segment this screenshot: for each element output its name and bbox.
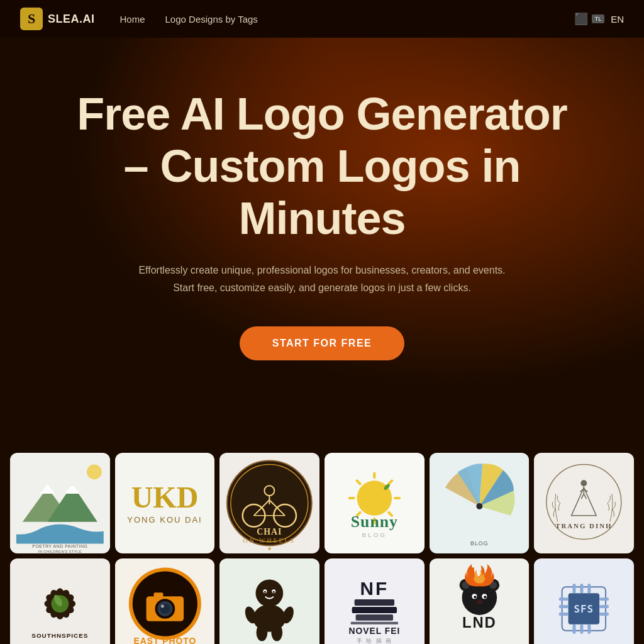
hero-section: Free AI Logo Generator – Custom Logos in…	[0, 38, 644, 428]
ukd-subtitle: YONG KOU DAI	[127, 515, 202, 525]
svg-rect-90	[356, 614, 394, 621]
svg-point-44	[581, 480, 587, 486]
svg-point-103	[484, 596, 486, 598]
svg-rect-116	[559, 605, 569, 608]
svg-point-104	[476, 599, 482, 604]
svg-rect-118	[599, 597, 609, 601]
hero-title: Free AI Logo Generator – Custom Logos in…	[75, 88, 569, 244]
svg-rect-88	[355, 599, 394, 606]
logo-chai-svg: CHAI ON WHEELS ★	[219, 453, 319, 553]
svg-point-78	[264, 591, 266, 593]
svg-rect-91	[351, 622, 398, 625]
logo-east-svg: EAST PHOTO STUDIO ★ ★ ★	[115, 558, 215, 644]
logo-sunny-svg: Sunny BLOG	[325, 453, 425, 553]
logo-card-book[interactable]: BLOG	[430, 453, 530, 553]
logo-icon: S	[20, 8, 43, 30]
svg-text:SFS: SFS	[574, 603, 594, 615]
svg-text:S: S	[28, 11, 35, 26]
logo-card-chai[interactable]: CHAI ON WHEELS ★	[219, 453, 319, 553]
svg-rect-70	[153, 592, 163, 599]
language-selector[interactable]: ⬛ TL EN	[574, 12, 624, 26]
navbar: S SLEA.AI Home Logo Designs by Tags ⬛ TL…	[0, 0, 644, 38]
svg-text:★: ★	[267, 546, 272, 552]
svg-point-84	[272, 624, 283, 641]
svg-point-9	[87, 465, 102, 480]
svg-text:LND: LND	[462, 614, 497, 631]
svg-text:TRANG DINH: TRANG DINH	[556, 522, 613, 530]
logo-card-south[interactable]: SOUTHNSPICES	[10, 558, 110, 644]
logo-fat-svg: FAT KID	[219, 558, 319, 644]
svg-text:CHAI: CHAI	[257, 527, 282, 536]
svg-point-102	[474, 596, 476, 598]
svg-point-79	[273, 591, 275, 593]
svg-point-69	[161, 605, 164, 608]
svg-rect-117	[559, 613, 569, 616]
svg-text:IN CHILDREN'S STYLE: IN CHILDREN'S STYLE	[38, 550, 82, 553]
logo-card-ukd[interactable]: UKD YONG KOU DAI	[115, 453, 215, 553]
svg-text:EAST PHOTO: EAST PHOTO	[133, 636, 196, 644]
logo-row-1: POETRY AND PAINTING IN CHILDREN'S STYLE …	[10, 453, 634, 553]
svg-point-83	[257, 624, 268, 641]
hero-subtitle: Effortlessly create unique, professional…	[133, 262, 511, 296]
ukd-monogram: UKD	[131, 482, 199, 513]
logo-card-sunny[interactable]: Sunny BLOG	[325, 453, 425, 553]
svg-text:SOUTHNSPICES: SOUTHNSPICES	[31, 632, 88, 639]
svg-text:TL: TL	[595, 16, 602, 22]
logo-row-2: SOUTHNSPICES EAST PHOTO STUD	[10, 558, 634, 644]
logo-book-svg: BLOG	[430, 453, 530, 553]
svg-point-39	[476, 503, 482, 509]
svg-rect-41	[534, 453, 634, 553]
site-logo[interactable]: S SLEA.AI	[20, 8, 95, 30]
svg-text:BLOG: BLOG	[362, 531, 387, 538]
svg-rect-109	[573, 584, 576, 593]
svg-point-75	[256, 579, 284, 607]
svg-text:POETRY AND PAINTING: POETRY AND PAINTING	[32, 544, 87, 548]
translate-icon-svg: TL	[592, 14, 604, 23]
svg-text:手 绘 插 画: 手 绘 插 画	[357, 638, 392, 644]
lang-label: EN	[611, 14, 624, 25]
logo-trang-svg: TRANG DINH	[534, 453, 634, 553]
nav-logo-designs[interactable]: Logo Designs by Tags	[165, 14, 258, 25]
svg-rect-111	[588, 584, 591, 593]
svg-rect-119	[599, 605, 609, 608]
ukd-content: UKD YONG KOU DAI	[115, 453, 215, 553]
logo-lnd-svg: LND	[430, 558, 530, 644]
logo-novel-svg: NF NOVEL FEI 手 绘 插 画	[325, 558, 425, 644]
logo-card-trang[interactable]: TRANG DINH	[534, 453, 634, 553]
nav-home[interactable]: Home	[120, 14, 145, 25]
svg-rect-89	[352, 607, 397, 613]
svg-rect-112	[573, 625, 576, 634]
cta-button[interactable]: START FOR FREE	[240, 326, 404, 360]
logo-sfs-svg: SFS	[534, 558, 634, 644]
logo-card-lnd[interactable]: LND	[430, 558, 530, 644]
svg-text:NOVEL FEI: NOVEL FEI	[348, 626, 400, 636]
nav-links: Home Logo Designs by Tags	[120, 14, 575, 25]
logo-south-svg: SOUTHNSPICES	[10, 558, 110, 644]
svg-text:ON WHEELS: ON WHEELS	[243, 537, 296, 544]
logo-wordmark: SLEA.AI	[48, 13, 95, 26]
logo-card-east[interactable]: EAST PHOTO STUDIO ★ ★ ★	[115, 558, 215, 644]
svg-rect-110	[580, 584, 584, 593]
svg-rect-113	[580, 625, 584, 634]
svg-rect-120	[599, 613, 609, 616]
translate-icon: ⬛	[574, 12, 588, 26]
logo-grid-section: POETRY AND PAINTING IN CHILDREN'S STYLE …	[0, 428, 644, 644]
logo-card-novel[interactable]: NF NOVEL FEI 手 绘 插 画	[325, 558, 425, 644]
logo-poetry-svg: POETRY AND PAINTING IN CHILDREN'S STYLE	[10, 453, 110, 553]
logo-card-poetry[interactable]: POETRY AND PAINTING IN CHILDREN'S STYLE	[10, 453, 110, 553]
logo-card-sfs[interactable]: SFS	[534, 558, 634, 644]
svg-rect-114	[588, 625, 591, 634]
svg-text:NF: NF	[360, 578, 389, 599]
svg-text:Sunny: Sunny	[351, 513, 398, 531]
logo-card-fat[interactable]: FAT KID	[219, 558, 319, 644]
svg-rect-115	[559, 597, 569, 601]
svg-text:BLOG: BLOG	[470, 540, 489, 547]
